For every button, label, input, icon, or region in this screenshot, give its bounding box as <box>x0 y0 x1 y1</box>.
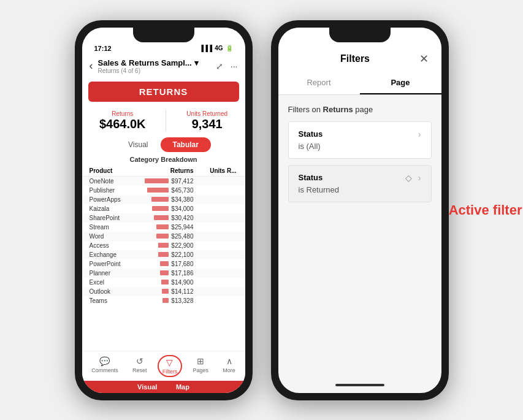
network-label: 4G <box>215 45 223 52</box>
reset-label: Reset <box>132 367 147 373</box>
more-nav-item[interactable]: ∧ More <box>219 355 239 377</box>
table-row: Kaizala $34,000 <box>82 204 245 213</box>
table-row: Teams $13,328 <box>82 296 245 305</box>
cell-returns-value: $25,480 <box>171 233 193 240</box>
bar-visual <box>154 215 169 220</box>
status-icons: ▐▐▐ 4G 🔋 <box>199 45 233 52</box>
filter-card-returned-chevron: › <box>418 173 421 183</box>
more-icon: ∧ <box>226 356 232 366</box>
right-phone-wrapper: Filters ✕ Report Page Filters on Returns… <box>271 20 449 400</box>
cell-product: Planner <box>90 270 145 277</box>
metric-units: Units Returned 9,341 <box>186 110 227 131</box>
cell-returns: $97,412 <box>145 178 194 185</box>
cell-returns-value: $14,900 <box>171 279 193 286</box>
cell-product: Exchange <box>90 251 145 258</box>
cell-returns: $25,944 <box>145 224 194 231</box>
cell-returns: $14,900 <box>145 279 194 286</box>
visual-label: Visual <box>137 383 157 391</box>
right-phone-screen: Filters ✕ Report Page Filters on Returns… <box>278 28 441 393</box>
cell-returns: $25,480 <box>145 233 194 240</box>
right-phone-notch <box>329 28 391 42</box>
filter-panel-title: Filters <box>340 53 370 64</box>
clear-filter-icon[interactable]: ◇ <box>405 173 412 183</box>
nav-title: Sales & Returns Sampl... ▾ Returns (4 of… <box>98 58 211 74</box>
table-row: Publisher $45,730 <box>82 186 245 195</box>
filters-label: Filters <box>162 368 178 375</box>
table-row: Planner $17,186 <box>82 269 245 278</box>
nav-icons: ⤢ ··· <box>216 61 238 71</box>
col-units: Units R... <box>194 167 237 174</box>
comments-nav-item[interactable]: 💬 Comments <box>88 355 122 377</box>
bottom-bar[interactable]: Visual Map <box>82 381 245 393</box>
bar-visual <box>156 234 169 239</box>
right-phone: Filters ✕ Report Page Filters on Returns… <box>271 20 449 400</box>
filters-icon: ▽ <box>166 357 173 367</box>
cell-product: Excel <box>90 279 145 286</box>
bar-visual <box>152 206 169 211</box>
back-button[interactable]: ‹ <box>90 59 93 72</box>
cell-returns-value: $34,000 <box>171 205 193 212</box>
filter-card-all-header: Status › <box>299 129 421 139</box>
table-row: PowerApps $34,380 <box>82 195 245 204</box>
nav-subtitle: Returns (4 of 6) <box>98 67 211 74</box>
table-row: Excel $14,900 <box>82 278 245 287</box>
table-row: SharePoint $30,420 <box>82 213 245 223</box>
tab-report[interactable]: Report <box>278 72 360 94</box>
data-table: Category Breakdown Product Returns Units… <box>82 156 245 351</box>
cell-product: Kaizala <box>90 205 145 212</box>
filter-description: Filters on Returns page <box>288 105 432 114</box>
cell-returns: $34,000 <box>145 205 194 212</box>
cell-returns-value: $97,412 <box>171 178 193 185</box>
filter-card-returned-value: is Returned <box>299 185 421 194</box>
tabular-toggle-button[interactable]: Tabular <box>161 137 211 152</box>
visual-toggle-button[interactable]: Visual <box>116 137 160 152</box>
left-phone-screen: 17:12 ▐▐▐ 4G 🔋 ‹ Sales & Returns Sampl..… <box>82 28 245 393</box>
cell-product: Teams <box>90 297 145 304</box>
filter-card-returned[interactable]: Status ◇ › is Returned <box>288 165 432 202</box>
signal-icon: ▐▐▐ <box>199 45 212 52</box>
tab-page[interactable]: Page <box>360 72 441 94</box>
cell-product: Word <box>90 233 145 240</box>
metric-units-label: Units Returned <box>186 110 227 117</box>
cell-product: Publisher <box>90 187 145 194</box>
col-product: Product <box>90 167 145 174</box>
cell-returns: $14,112 <box>145 288 194 295</box>
phone-notch <box>133 28 194 42</box>
reset-nav-item[interactable]: ↺ Reset <box>129 355 151 377</box>
bar-visual <box>147 188 169 193</box>
bar-visual <box>160 270 169 275</box>
filter-card-all-chevron: › <box>418 129 421 139</box>
filter-card-all[interactable]: Status › is (All) <box>288 121 432 159</box>
cell-returns: $34,380 <box>145 196 194 203</box>
cell-returns: $17,680 <box>145 261 194 267</box>
metric-returns-value: $464.0K <box>99 117 146 131</box>
more-icon[interactable]: ··· <box>231 61 238 71</box>
filters-nav-item[interactable]: ▽ Filters <box>158 355 183 377</box>
bar-visual <box>160 261 169 266</box>
cell-product: Stream <box>90 224 145 231</box>
metric-returns-label: Returns <box>99 110 146 117</box>
active-filter-label: Active filter <box>449 202 522 218</box>
filter-card-all-value: is (All) <box>299 142 421 151</box>
cell-returns: $45,730 <box>145 187 194 194</box>
battery-icon: 🔋 <box>226 45 233 52</box>
cell-returns: $17,186 <box>145 270 194 277</box>
bottom-nav: 💬 Comments ↺ Reset ▽ Filters ⊞ Pages ∧ M… <box>82 351 245 381</box>
filter-close-button[interactable]: ✕ <box>419 52 429 66</box>
cell-product: PowerPoint <box>90 261 145 267</box>
cell-returns-value: $34,380 <box>171 196 193 203</box>
dropdown-icon[interactable]: ▾ <box>194 58 199 67</box>
more-label: More <box>223 367 235 373</box>
table-row: Outlook $14,112 <box>82 287 245 296</box>
pages-nav-item[interactable]: ⊞ Pages <box>189 355 213 377</box>
filter-card-returned-title: Status <box>299 173 323 182</box>
report-title: Sales & Returns Sampl... <box>98 58 192 67</box>
table-row: Access $22,900 <box>82 241 245 250</box>
bar-visual <box>158 252 169 257</box>
expand-icon[interactable]: ⤢ <box>216 61 223 71</box>
metrics-row: Returns $464.0K Units Returned 9,341 <box>82 105 245 134</box>
cell-returns: $30,420 <box>145 215 194 221</box>
map-label: Map <box>176 383 189 391</box>
cell-returns-value: $22,900 <box>171 242 193 249</box>
cell-product: OneNote <box>90 178 145 185</box>
